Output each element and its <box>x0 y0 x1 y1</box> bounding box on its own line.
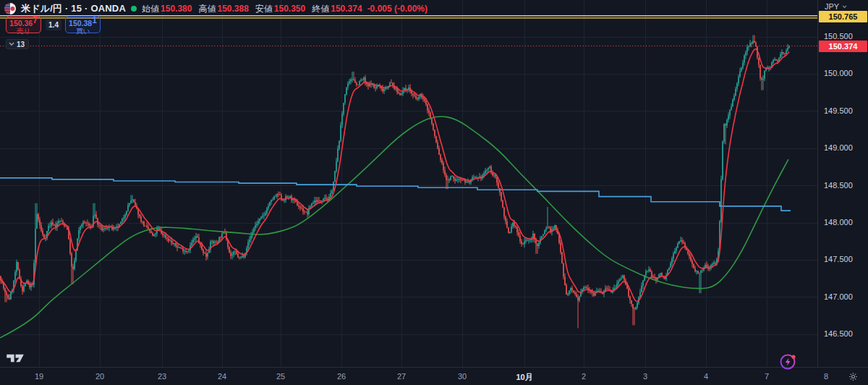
currency-unit-label: JPY <box>825 2 839 11</box>
market-open-dot <box>131 6 137 12</box>
candlestick-chart-canvas[interactable] <box>0 0 817 367</box>
buy-button[interactable]: 150.381 買い <box>65 16 101 33</box>
time-axis[interactable]: 192023242526273010月23478 <box>0 367 868 385</box>
price-tick-label: 150.500 <box>824 32 853 41</box>
buy-price: 150.381 <box>69 15 97 27</box>
time-tick-label: 8 <box>824 372 828 381</box>
ohlc-pair: 安値150.350 <box>255 3 305 15</box>
sell-price: 150.367 <box>9 15 38 27</box>
price-tick-label: 147.500 <box>824 255 853 263</box>
time-tick-label: 7 <box>765 372 769 381</box>
time-tick-label: 3 <box>643 372 647 381</box>
last-price-tag: 150.374 <box>819 41 867 52</box>
time-tick-label: 25 <box>276 372 285 381</box>
indicators-collapse-chip[interactable]: 13 <box>6 39 29 49</box>
trade-panel: 150.367 売り 1.4 150.381 買い <box>6 16 101 33</box>
price-tick-label: 150.000 <box>824 69 853 77</box>
price-tick-label: 148.000 <box>824 218 853 227</box>
ohlc-pair: 始値150.380 <box>142 3 192 15</box>
time-tick-label: 10月 <box>516 372 532 383</box>
time-tick-label: 19 <box>35 372 43 381</box>
sell-label: 売り <box>17 28 30 35</box>
time-tick-label: 20 <box>95 372 104 381</box>
trading-chart-window: 米ドル/円 · 15 · OANDA 始値150.380高値150.388安値1… <box>0 0 868 385</box>
price-tick-label: 146.500 <box>824 329 853 338</box>
symbol-title[interactable]: 米ドル/円 · 15 · OANDA <box>21 2 126 15</box>
price-tick-label: 148.500 <box>824 181 853 190</box>
chevron-down-icon <box>9 42 14 46</box>
price-axis[interactable]: JPY 150.500150.000149.500149.000148.5001… <box>817 0 868 367</box>
tradingview-logo[interactable] <box>6 352 25 367</box>
axis-settings-gear-icon[interactable] <box>842 370 864 383</box>
time-tick-label: 26 <box>337 372 346 381</box>
spread-value: 1.4 <box>46 20 61 30</box>
price-change: -0.005 (-0.00%) <box>367 4 427 14</box>
symbol-flag-icon <box>4 3 16 14</box>
buy-label: 買い <box>76 28 90 35</box>
chevron-down-icon <box>842 5 847 9</box>
lightning-icon <box>778 352 798 371</box>
hidden-indicator-count: 13 <box>17 41 25 48</box>
price-tick-label: 147.000 <box>824 292 853 301</box>
ohlc-pair: 終値150.374 <box>312 3 362 15</box>
chart-legend: 米ドル/円 · 15 · OANDA 始値150.380高値150.388安値1… <box>4 2 427 15</box>
market-buzz-button[interactable] <box>778 352 798 371</box>
time-tick-label: 27 <box>397 372 406 381</box>
time-tick-label: 2 <box>582 372 586 381</box>
price-tick-label: 149.500 <box>824 106 853 115</box>
ohlc-values: 始値150.380高値150.388安値150.350終値150.374 <box>142 3 362 15</box>
time-tick-label: 24 <box>218 372 226 381</box>
time-tick-label: 30 <box>458 372 467 381</box>
time-tick-label: 23 <box>158 372 166 381</box>
ohlc-pair: 高値150.388 <box>198 3 248 15</box>
order-price-tag: 150.765 <box>819 11 867 22</box>
price-tick-label: 149.000 <box>824 143 853 152</box>
sell-button[interactable]: 150.367 売り <box>6 16 41 33</box>
time-tick-label: 4 <box>704 372 708 381</box>
currency-unit-button[interactable]: JPY <box>825 2 847 11</box>
